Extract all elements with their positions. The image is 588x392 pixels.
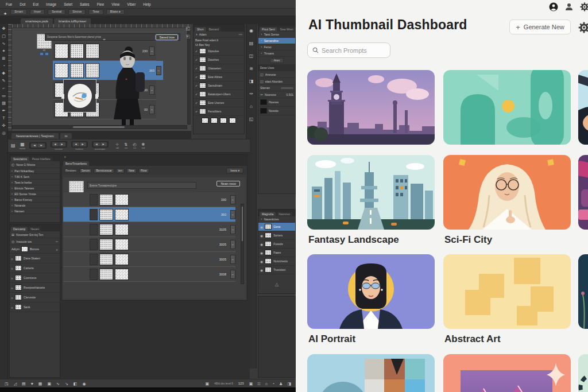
status-icon[interactable]: ▣ [249, 382, 253, 386]
menu-item[interactable]: Selet [64, 2, 72, 6]
tool-icon[interactable]: ⌐ [2, 86, 5, 90]
action-item[interactable]: Eew Usenes [194, 99, 244, 107]
collapse-row-icon[interactable] [230, 210, 235, 219]
export-panel-icon[interactable]: ⎗ [186, 34, 189, 39]
frame-thumbnail[interactable] [70, 44, 84, 59]
generate-new-button[interactable]: Generate New [509, 20, 571, 34]
control-chip[interactable]: Benstusscar [94, 168, 114, 173]
panel-tab[interactable]: Sew Wren [278, 27, 296, 32]
tool-option-row[interactable]: ▫Etnruis Tateses [10, 185, 60, 191]
visibility-icon[interactable]: ◉ [260, 225, 263, 229]
collapse-panel-icon[interactable]: ◱ [186, 26, 191, 31]
panel-icon[interactable]: ▤ [249, 41, 254, 46]
canvas-tab[interactable]: m [60, 133, 72, 139]
menu-item[interactable]: Help [143, 2, 150, 6]
thumbnail-card-blue-collage[interactable] [307, 354, 435, 392]
visibility-icon[interactable]: ◉ [260, 251, 263, 255]
status-icon[interactable]: ♥ [31, 382, 33, 386]
layer-group-row[interactable]: ▹ Carterie [10, 263, 60, 273]
history-sub-row[interactable]: ◫elaxt Abordes [258, 78, 295, 85]
menu-item[interactable]: Viber [127, 2, 136, 6]
panel-icon[interactable]: ◨ [249, 79, 254, 84]
swatch-row[interactable]: Hoenes [258, 98, 295, 107]
panel-nav-arrows-icon[interactable] [103, 32, 106, 42]
option-button[interactable]: Strove [68, 9, 86, 15]
timeline-row[interactable]: 330 [63, 192, 235, 207]
frame-thumbnail[interactable] [99, 209, 113, 220]
thumbnail-card-partial-blue[interactable] [578, 70, 588, 145]
menu-item[interactable]: Image [46, 2, 56, 6]
layer-group-row[interactable]: ▹ Clerveste [10, 293, 60, 302]
panel-tab[interactable]: Pesw Intelfare [30, 157, 53, 161]
panel-icon[interactable]: ≋ [249, 67, 253, 71]
tool-icon[interactable]: ▨ [2, 101, 6, 105]
status-icon[interactable]: ⚿ [257, 382, 260, 386]
menu-item[interactable]: Fue [6, 2, 12, 6]
step-forward-button[interactable]: ▸ [80, 142, 86, 147]
footer-swatch[interactable] [202, 118, 208, 123]
thumbnail-card-ai-portrait[interactable] [307, 254, 435, 329]
option-button[interactable]: Blase ▸ [106, 9, 125, 15]
layer-group-row[interactable]: ▹ Dane Skaten [10, 254, 60, 263]
layers-top-row[interactable]: ◔ Navenkizes [258, 216, 295, 223]
check-icon[interactable] [195, 75, 198, 79]
check-icon[interactable] [195, 84, 198, 87]
panel-tab[interactable]: Sewclaims [11, 157, 29, 161]
history-item[interactable]: ◔ Tinsans [258, 51, 295, 57]
check-icon[interactable] [195, 110, 198, 113]
history-item[interactable]: ◔ Samandine [258, 38, 295, 44]
layer-group-row[interactable]: ▹ Reerpeelriaroete [10, 283, 60, 293]
saved-state-button[interactable]: Saved troe [156, 34, 178, 40]
search-input[interactable] [322, 47, 385, 54]
panel-icon[interactable]: ✑ [249, 92, 253, 96]
status-icon[interactable]: ↘ [65, 382, 68, 386]
frame-thumbnail[interactable] [99, 269, 113, 280]
horizontal-scrollbar[interactable] [12, 125, 187, 129]
group-toggle-icon[interactable]: ▹ [11, 286, 13, 290]
history-item[interactable]: ◔ Tarst Sense [258, 32, 295, 38]
tool-option-row[interactable]: ▫Part Nrikarlibey [10, 168, 60, 174]
option-button[interactable]: Smart [10, 9, 27, 15]
circular-selection[interactable]: os [63, 79, 98, 117]
panel-tab[interactable]: Bastard [207, 27, 221, 32]
layer-row[interactable]: ◉ Faare [258, 249, 295, 257]
group-toggle-icon[interactable]: ▹ [11, 305, 13, 309]
panel-icon[interactable]: ◫ [249, 54, 254, 59]
panel-icon[interactable]: ◱ [249, 117, 254, 122]
check-icon[interactable] [195, 58, 198, 61]
action-item[interactable]: Sansdinam [194, 81, 244, 90]
status-icon[interactable]: ◳ [5, 382, 9, 386]
action-item[interactable]: Fensiblers [194, 107, 244, 116]
timeline-tab[interactable]: BeneTinsaribess [63, 161, 89, 166]
visibility-icon[interactable]: ◉ [260, 268, 263, 272]
frame-thumbnail[interactable] [99, 194, 113, 205]
control-chip[interactable]: ten [116, 168, 125, 173]
status-icon[interactable]: ◨ [287, 382, 291, 386]
frames-button[interactable]: ▦toetwr [20, 142, 26, 150]
collapse-row-icon[interactable] [230, 255, 235, 264]
menu-item[interactable]: Flee [97, 2, 105, 6]
frame-thumbnail[interactable] [115, 224, 129, 235]
step-forward-button[interactable]: ▸ [59, 142, 65, 147]
tool-icon[interactable]: ∿ [2, 41, 6, 45]
account-circle-icon[interactable] [549, 2, 558, 11]
visibility-icon[interactable]: ◉ [260, 234, 263, 238]
panel-tab[interactable]: Shun [195, 27, 206, 32]
new-frame-button[interactable]: Nean nece [216, 181, 240, 187]
step-forward-button[interactable]: ▸ [38, 143, 44, 148]
tool-option-row[interactable]: ▫T.80 K Sent [10, 174, 60, 180]
tool-icon[interactable]: T [2, 116, 5, 120]
panel-mini-icons[interactable]: ▫▫ [56, 240, 58, 243]
status-doc-icon[interactable]: ▣ [206, 382, 210, 386]
tool-icon[interactable]: ✣ [2, 123, 6, 127]
frame-thumbnail[interactable] [115, 254, 129, 265]
tool-icon[interactable]: ✦ [2, 49, 6, 53]
panel-icon[interactable]: ◉ [249, 29, 253, 33]
check-icon[interactable] [195, 49, 198, 53]
thumbnail-card-abstract-art[interactable] [443, 254, 571, 329]
frame-thumbnail[interactable] [70, 63, 84, 78]
transport-mini-button[interactable]: ✻tsd [141, 142, 145, 149]
frame-thumbnail[interactable] [115, 239, 129, 250]
collapse-row-icon[interactable] [156, 66, 161, 75]
status-icon[interactable]: ▤ [22, 382, 26, 386]
